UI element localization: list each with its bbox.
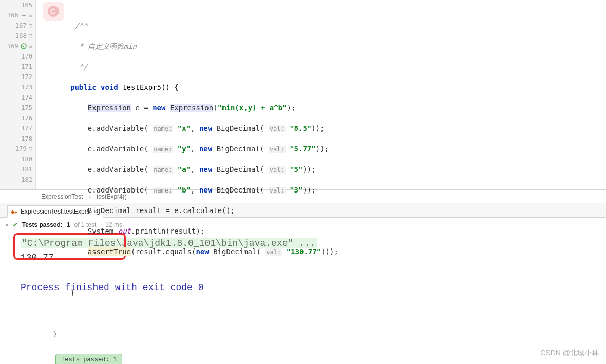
code-text: )); [302, 186, 315, 194]
line-number: 170 [20, 51, 32, 62]
code-text: .println(result); [131, 227, 204, 235]
gutter-row[interactable]: 170 [0, 51, 35, 62]
line-number: 175 [20, 103, 32, 113]
gutter-row[interactable]: 171 [0, 62, 35, 72]
gutter-row[interactable]: 179⊟ [0, 144, 35, 154]
string-literal: "3" [290, 186, 302, 194]
call-asserttrue: assertTrue [88, 247, 131, 256]
gutter-row[interactable]: 180 [0, 154, 35, 164]
code-text: ))); [321, 247, 338, 256]
type-expression: Expression [88, 104, 131, 112]
method-name: testExpr5() [122, 83, 170, 91]
gutter-row[interactable]: 175 [0, 103, 35, 113]
line-number: 172 [20, 72, 32, 82]
call-addvariable: e.addVariable( [88, 165, 148, 174]
string-literal: "130.77" [287, 247, 321, 256]
test-config-icon: ◆▸ [11, 209, 17, 215]
gutter-row[interactable]: 169⊟ [0, 41, 35, 51]
line-number: 182 [20, 175, 32, 185]
code-text: } [70, 289, 74, 297]
call-addvariable: e.addVariable( [88, 145, 148, 153]
string-literal: "a" [178, 165, 191, 174]
code-text: BigDecimal result = e.calculate(); [88, 206, 235, 215]
fold-icon[interactable] [21, 12, 27, 18]
param-hint-val: val: [269, 125, 286, 132]
gutter-row[interactable]: 178 [0, 133, 35, 144]
code-text: System. [88, 227, 118, 235]
svg-rect-0 [22, 15, 26, 16]
code-pane[interactable]: /** * 自定义函数min */ public void testExpr5(… [36, 0, 606, 189]
param-hint-name: name: [153, 125, 173, 132]
line-number: 169 [6, 41, 18, 51]
line-number: 165 [20, 0, 32, 10]
gutter-row[interactable]: 165 [0, 0, 35, 10]
line-number: 180 [20, 154, 32, 164]
line-number: 177 [20, 123, 32, 133]
gutter-row[interactable]: 182 [0, 175, 35, 185]
javadoc-body: * 自定义函数min [74, 42, 137, 50]
gutter-row[interactable]: 177 [0, 123, 35, 133]
string-literal: "5" [290, 165, 302, 174]
ctor-expression: Expression [170, 104, 213, 112]
javadoc-open: /** [74, 22, 87, 30]
expand-icon[interactable]: » [5, 221, 9, 228]
gutter-row[interactable]: 172 [0, 72, 35, 82]
param-hint-val: val: [269, 187, 286, 194]
line-number: 181 [20, 164, 32, 175]
code-text: (result.equals( [131, 247, 196, 256]
kw-public: public [70, 83, 97, 91]
ctor-bigdecimal: BigDecimal( [217, 186, 264, 194]
string-literal: "x" [178, 124, 191, 132]
string-literal: "8.5" [290, 124, 311, 132]
call-addvariable: e.addVariable( [88, 186, 148, 194]
line-number: 171 [20, 62, 32, 72]
param-hint-val: val: [265, 248, 282, 256]
code-text: } [53, 330, 57, 338]
check-icon: ✔ [13, 221, 18, 228]
ctor-bigdecimal: BigDecimal( [217, 165, 264, 174]
gutter-row[interactable]: 181 [0, 164, 35, 175]
param-hint-name: name: [153, 166, 173, 174]
run-test-icon[interactable] [21, 43, 27, 49]
field-out: out [118, 227, 131, 235]
string-literal: "5.77" [290, 145, 316, 153]
call-addvariable: e.addVariable( [88, 124, 148, 132]
line-number: 174 [20, 92, 32, 103]
kw-new: new [199, 165, 212, 174]
line-number: 179 [14, 144, 27, 154]
line-number: 173 [20, 82, 32, 92]
gutter-row[interactable]: 174 [0, 92, 35, 103]
line-number: 168 [14, 31, 27, 41]
javadoc-close: */ [74, 63, 87, 71]
code-text: )); [302, 165, 315, 174]
code-text: )); [311, 124, 324, 132]
code-text: )); [316, 145, 329, 153]
kw-new: new [196, 247, 209, 256]
kw-new: new [199, 124, 212, 132]
line-number: 166 [6, 10, 18, 21]
gutter-row[interactable]: 166⊟ [0, 10, 35, 21]
gutter-row[interactable]: 173 [0, 82, 35, 92]
param-hint-val: val: [269, 166, 286, 174]
code-text: BigDecimal( [209, 247, 261, 256]
ctor-bigdecimal: BigDecimal( [217, 124, 264, 132]
line-number: 178 [20, 133, 32, 144]
gutter-row[interactable]: 167⊟ [0, 21, 35, 31]
kw-new: new [199, 145, 212, 153]
gutter-row[interactable]: 176 [0, 113, 35, 123]
string-literal: "y" [178, 145, 191, 153]
param-hint-name: name: [153, 146, 173, 153]
param-hint-name: name: [153, 187, 173, 194]
kw-new: new [199, 186, 212, 194]
string-literal: "min(x,y) + a^b" [218, 104, 287, 112]
string-literal: "b" [178, 186, 191, 194]
kw-void: void [101, 83, 118, 91]
param-hint-val: val: [269, 146, 286, 153]
line-number: 167 [14, 21, 27, 31]
line-number: 176 [20, 113, 32, 123]
gutter-row[interactable]: 168⊟ [0, 31, 35, 41]
gutter: 165166⊟167⊟168⊟169⊟170171172173174175176… [0, 0, 36, 189]
kw-new: new [153, 104, 165, 112]
editor-area: 165166⊟167⊟168⊟169⊟170171172173174175176… [0, 0, 606, 190]
ctor-bigdecimal: BigDecimal( [217, 145, 264, 153]
